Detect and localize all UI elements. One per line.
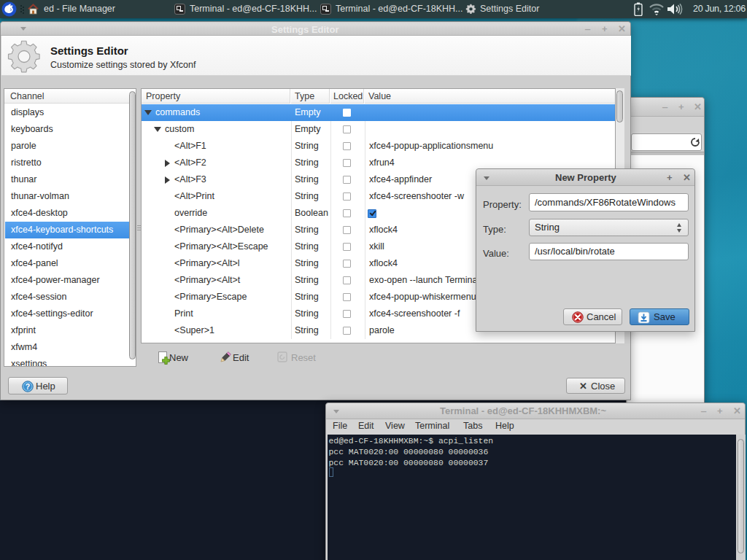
svg-text:?: ? [26,382,30,391]
